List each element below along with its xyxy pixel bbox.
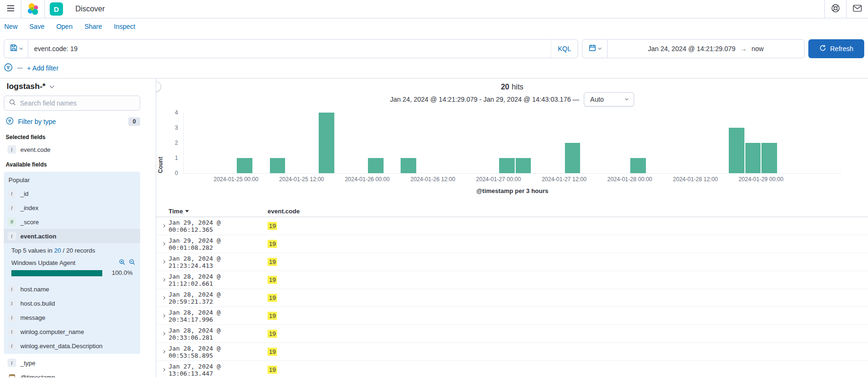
field-item[interactable]: t_id xyxy=(4,186,140,201)
interval-value: Auto xyxy=(590,96,604,103)
nav-link-new[interactable]: New xyxy=(4,23,18,33)
time-cell: Jan 29, 2024 @ 00:01:08.282 xyxy=(169,237,268,251)
field-name: _score xyxy=(20,219,39,226)
histogram-bar[interactable] xyxy=(319,113,334,173)
arrow-right-icon: → xyxy=(740,45,747,53)
field-item[interactable]: #_score xyxy=(4,215,140,229)
field-item[interactable]: t_index xyxy=(4,201,140,215)
index-pattern-selector[interactable]: logstash-* xyxy=(7,82,140,91)
field-item[interactable]: thost.name xyxy=(4,282,140,296)
expand-row-button[interactable] xyxy=(160,243,167,245)
y-axis-tick-label: 3 xyxy=(161,124,178,131)
add-filter-button[interactable]: + Add filter xyxy=(27,64,59,72)
y-axis-tick-label: 4 xyxy=(161,109,178,116)
magnifier-minus-icon[interactable] xyxy=(129,259,135,267)
histogram-bar[interactable] xyxy=(516,158,531,173)
histogram-bar[interactable] xyxy=(401,158,416,173)
histogram-bar[interactable] xyxy=(630,158,646,173)
saved-query-button[interactable] xyxy=(4,39,28,58)
hamburger-icon xyxy=(7,5,15,14)
envelope-icon xyxy=(853,5,862,14)
expand-row-button[interactable] xyxy=(160,279,167,281)
available-fields-heading: Available fields xyxy=(6,161,140,168)
x-axis-tick-label: 2024-01-26 00:00 xyxy=(345,176,390,183)
histogram-bar[interactable] xyxy=(565,143,581,173)
expand-row-button[interactable] xyxy=(160,369,167,371)
event-code-column-header[interactable]: event.code xyxy=(268,208,300,215)
field-item[interactable]: tmessage xyxy=(4,310,140,325)
filter-bar: + Add filter xyxy=(0,58,868,79)
records-link[interactable]: 20 xyxy=(54,247,61,254)
histogram-bar[interactable] xyxy=(761,143,777,173)
interval-select[interactable]: Auto xyxy=(584,92,634,106)
histogram-bar[interactable] xyxy=(729,128,744,173)
field-item[interactable]: t_type xyxy=(4,356,140,370)
query-language-button[interactable]: KQL xyxy=(551,40,578,58)
x-axis-tick-label: 2024-01-27 00:00 xyxy=(476,176,521,183)
calendar-icon xyxy=(589,44,596,53)
nav-link-open[interactable]: Open xyxy=(56,23,72,33)
filter-divider-dash xyxy=(17,68,23,69)
expand-row-button[interactable] xyxy=(160,315,167,317)
string-field-icon: t xyxy=(8,342,16,350)
field-item[interactable]: thost.os.build xyxy=(4,296,140,310)
value-progress-bar xyxy=(11,270,102,276)
selected-fields-list: tevent.code xyxy=(4,142,140,157)
field-item[interactable]: twinlog.computer_name xyxy=(4,325,140,339)
nav-link-save[interactable]: Save xyxy=(29,23,45,33)
space-selector[interactable]: D xyxy=(45,0,68,18)
field-item[interactable]: twinlog.event_data.Description xyxy=(4,339,140,353)
histogram-bar[interactable] xyxy=(368,158,384,173)
nav-link-inspect[interactable]: Inspect xyxy=(114,23,135,33)
time-cell: Jan 28, 2024 @ 00:53:58.895 xyxy=(169,345,268,359)
histogram-bar[interactable] xyxy=(237,158,252,173)
string-field-icon: t xyxy=(8,327,16,336)
documents-table: Time event.code Jan 29, 2024 @ 00:06:12.… xyxy=(156,206,868,378)
field-item[interactable]: @timestamp xyxy=(4,370,140,378)
filter-circle-icon[interactable] xyxy=(4,63,13,74)
event-code-cell: 19 xyxy=(268,240,277,248)
table-body: Jan 29, 2024 @ 00:06:12.36519Jan 29, 202… xyxy=(156,217,868,378)
table-row: Jan 28, 2024 @ 21:12:02.66119 xyxy=(156,271,868,289)
field-search-input[interactable] xyxy=(20,99,135,107)
newsfeed-button[interactable] xyxy=(846,0,868,18)
histogram-bar[interactable] xyxy=(499,158,515,173)
expand-row-button[interactable] xyxy=(160,297,167,299)
filter-by-type-button[interactable]: Filter by type xyxy=(18,118,56,125)
popular-section-label: Popular xyxy=(4,172,140,186)
histogram-bar[interactable] xyxy=(745,143,761,173)
x-axis-tick-label: 2024-01-25 00:00 xyxy=(214,176,259,183)
query-input[interactable]: event.code: 19 KQL xyxy=(28,39,578,58)
menu-button[interactable] xyxy=(0,0,21,18)
expand-row-button[interactable] xyxy=(160,351,167,353)
date-quick-select-button[interactable] xyxy=(582,40,608,58)
nav-link-share[interactable]: Share xyxy=(84,23,102,33)
histogram-bar[interactable] xyxy=(270,158,286,173)
expand-row-button[interactable] xyxy=(160,261,167,263)
expand-row-button[interactable] xyxy=(160,225,167,227)
field-item[interactable]: tevent.action xyxy=(4,229,140,243)
top-value-label: Windows Update Agent xyxy=(11,259,119,266)
query-text[interactable]: event.code: 19 xyxy=(28,45,551,53)
help-button[interactable] xyxy=(824,0,846,18)
field-search-box xyxy=(4,96,140,111)
field-name: _id xyxy=(20,190,28,197)
event-code-cell: 19 xyxy=(268,222,277,230)
date-range-end[interactable]: now xyxy=(752,45,764,53)
field-item[interactable]: tevent.code xyxy=(4,142,140,157)
time-cell: Jan 27, 2024 @ 13:06:13.447 xyxy=(169,363,268,377)
index-pattern-name: logstash-* xyxy=(7,82,45,91)
expand-row-button[interactable] xyxy=(160,333,167,335)
fields-sidebar: logstash-* Filter by type 0 xyxy=(0,79,156,378)
chevron-right-icon xyxy=(161,350,165,353)
magnifier-plus-icon[interactable] xyxy=(119,259,125,267)
refresh-button[interactable]: Refresh xyxy=(808,39,864,58)
date-range-start[interactable]: Jan 24, 2024 @ 14:21:29.079 xyxy=(648,45,735,53)
date-range-display[interactable]: Jan 24, 2024 @ 14:21:29.079 → now xyxy=(608,40,804,58)
popular-fields-section: Popular t_idt_index#_scoretevent.action … xyxy=(4,172,140,354)
string-field-icon: t xyxy=(8,189,16,198)
time-column-header[interactable]: Time xyxy=(169,208,268,215)
field-stats-panel: Top 5 values in 20 / 20 records Windows … xyxy=(4,243,140,282)
elastic-logo[interactable] xyxy=(21,0,45,18)
top-bar: D Discover xyxy=(0,0,868,18)
